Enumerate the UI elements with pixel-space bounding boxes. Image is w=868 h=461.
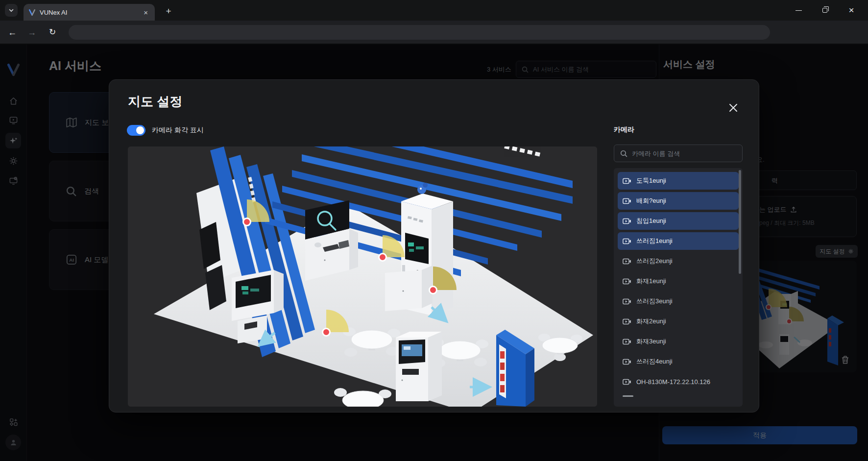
camera-search-input[interactable]	[632, 145, 740, 162]
booth-map-container[interactable]	[128, 146, 597, 407]
camera-list-item[interactable]: 배회?eunji	[618, 192, 739, 210]
new-tab-plus-icon[interactable]: +	[163, 5, 174, 17]
camera-name: 화재2eunji	[636, 317, 666, 326]
window-restore-icon[interactable]	[818, 3, 832, 17]
video-camera-icon	[623, 298, 631, 305]
video-camera-icon	[623, 218, 631, 225]
fov-toggle[interactable]	[127, 125, 145, 136]
display-kiosk	[396, 332, 442, 401]
tab-title: VUNex AI	[40, 9, 138, 16]
camera-list-scrollbar[interactable]	[739, 170, 741, 274]
camera-name: 쓰러짐2eunji	[636, 257, 673, 266]
window-close-icon[interactable]: ×	[844, 3, 858, 17]
camera-list-item[interactable]: OH-8130M-172.22.10.126	[618, 373, 739, 390]
camera-list-item[interactable]: 도둑1eunji	[618, 172, 739, 190]
camera-marker[interactable]	[243, 218, 251, 226]
video-camera-icon	[623, 338, 631, 345]
map-settings-modal: 지도 설정 카메라 화각 표시	[109, 79, 759, 412]
v-favicon	[28, 9, 36, 16]
camera-panel-title: 카메라	[614, 125, 634, 134]
booth-map	[128, 146, 597, 407]
camera-name: 쓰러짐1eunji	[636, 237, 673, 245]
video-camera-icon	[623, 278, 631, 285]
camera-name: OH-8130M-172.22.10.126	[636, 378, 710, 386]
camera-list-item[interactable]: 쓰러짐3eunji	[618, 292, 739, 310]
camera-list-item[interactable]: 침입1eunji	[618, 212, 739, 230]
camera-name: 배회?eunji	[636, 196, 666, 205]
video-camera-icon	[623, 318, 631, 325]
camera-name: 쓰러짐4eunji	[636, 357, 673, 366]
reload-icon[interactable]: ↻	[46, 26, 59, 39]
camera-search	[614, 145, 743, 162]
toggle-knob	[136, 126, 144, 134]
url-bar[interactable]	[69, 25, 770, 40]
window-controls: ×	[792, 1, 864, 20]
video-camera-icon	[623, 197, 631, 205]
truncated-item-indicator	[623, 395, 633, 397]
modal-title: 지도 설정	[128, 93, 182, 110]
fov-toggle-row: 카메라 화각 표시	[127, 125, 204, 136]
video-camera-icon	[623, 378, 631, 386]
search-icon	[620, 149, 628, 158]
camera-list-item[interactable]: 화재2eunji	[618, 313, 739, 330]
camera-name: 화재3eunji	[636, 337, 666, 346]
browser-tabstrip: VUNex AI × + ×	[0, 0, 868, 21]
screen: VUNex AI × + × ← → ↻	[0, 0, 868, 461]
back-arrow-icon[interactable]: ←	[6, 26, 19, 39]
video-camera-icon	[623, 238, 631, 245]
camera-name: 침입1eunji	[636, 217, 666, 225]
camera-name: 화재1eunji	[636, 277, 666, 286]
browser-tab[interactable]: VUNex AI ×	[24, 4, 155, 21]
fov-toggle-label: 카메라 화각 표시	[152, 126, 204, 135]
video-camera-icon	[623, 358, 631, 365]
video-camera-icon	[623, 177, 631, 185]
tab-list-chevron-icon[interactable]	[5, 4, 18, 17]
camera-list-item[interactable]: 쓰러짐1eunji	[618, 232, 739, 250]
camera-list-item[interactable]: 쓰러짐4eunji	[618, 353, 739, 370]
tab-close-icon[interactable]: ×	[142, 8, 150, 17]
camera-list: 도둑1eunji 배회?eunji 침입1eunji 쓰러짐1eunji 쓰러짐…	[614, 168, 743, 407]
video-camera-icon	[623, 258, 631, 265]
camera-list-item[interactable]: 쓰러짐2eunji	[618, 252, 739, 270]
camera-list-item[interactable]: 화재1eunji	[618, 272, 739, 290]
close-icon[interactable]	[727, 101, 740, 114]
camera-name: 쓰러짐3eunji	[636, 297, 673, 306]
camera-marker[interactable]	[430, 287, 437, 294]
camera-marker[interactable]	[323, 329, 330, 336]
forward-arrow-icon[interactable]: →	[25, 26, 38, 39]
camera-marker[interactable]	[379, 254, 386, 261]
camera-name: 도둑1eunji	[636, 176, 666, 185]
window-minimize-icon[interactable]	[792, 3, 805, 17]
camera-list-item[interactable]: 화재3eunji	[618, 333, 739, 350]
